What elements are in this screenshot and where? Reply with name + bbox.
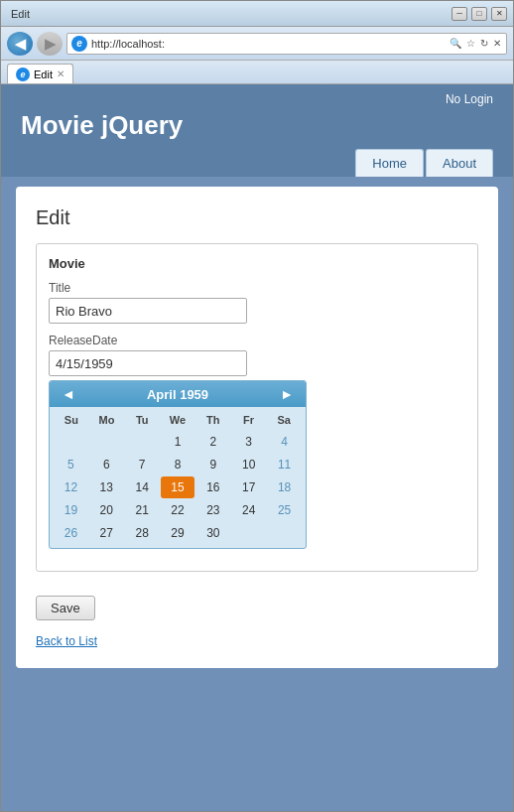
stop-icon[interactable]: ✕ (492, 37, 502, 50)
calendar-day[interactable]: 7 (125, 454, 160, 475)
calendar-month-year: April 1959 (147, 387, 208, 402)
about-nav-button[interactable]: About (426, 149, 493, 177)
save-button[interactable]: Save (36, 596, 95, 620)
calendar-day[interactable]: 18 (267, 476, 302, 498)
calendar-day[interactable]: 14 (125, 476, 160, 498)
calendar-day[interactable]: 30 (195, 522, 230, 544)
refresh-icon[interactable]: ↻ (479, 37, 489, 50)
calendar-day (125, 431, 160, 453)
address-bar: ◀ ▶ http://localhost: 🔍 ☆ ↻ ✕ (1, 27, 513, 61)
tab-favicon-icon (16, 68, 30, 81)
calendar-day-name: Su (54, 411, 89, 429)
forward-button[interactable]: ▶ (37, 32, 63, 56)
calendar-day[interactable]: 5 (54, 454, 88, 475)
browser-window: Edit ─ □ ✕ ◀ ▶ http://localhost: 🔍 ☆ ↻ ✕… (0, 0, 514, 812)
calendar-day[interactable]: 28 (125, 522, 160, 544)
calendar-header: ◄ April 1959 ► (50, 381, 306, 407)
release-date-input[interactable] (49, 350, 247, 376)
app-title: Movie jQuery (21, 110, 493, 141)
release-date-label: ReleaseDate (49, 334, 465, 347)
title-bar: Edit ─ □ ✕ (1, 1, 513, 27)
nav-bar: Home About (21, 149, 493, 177)
calendar-day[interactable]: 26 (54, 522, 88, 544)
home-nav-button[interactable]: Home (355, 149, 424, 177)
calendar-day[interactable]: 2 (195, 431, 230, 453)
calendar-day[interactable]: 22 (161, 499, 195, 521)
address-text[interactable]: http://localhost: (91, 38, 445, 50)
calendar-day[interactable]: 29 (161, 522, 195, 544)
calendar-day[interactable]: 9 (195, 454, 230, 475)
calendar-day-name: We (160, 411, 195, 429)
calendar-prev-button[interactable]: ◄ (58, 386, 79, 402)
calendar-day[interactable]: 6 (89, 454, 124, 475)
calendar-day[interactable]: 16 (195, 476, 230, 498)
calendar-day (267, 522, 302, 544)
calendar-day[interactable]: 11 (267, 454, 302, 475)
calendar-day[interactable]: 19 (54, 499, 88, 521)
tab-title: Edit (34, 68, 53, 80)
calendar-day[interactable]: 12 (54, 476, 88, 498)
browser-favicon-icon (71, 36, 87, 52)
calendar-next-button[interactable]: ► (276, 386, 298, 402)
calendar-day-name: Th (195, 411, 231, 429)
calendar-day[interactable]: 13 (89, 476, 124, 498)
maximize-button[interactable]: □ (471, 7, 487, 21)
browser-title: Edit (11, 8, 30, 20)
calendar-day[interactable]: 27 (89, 522, 124, 544)
calendar-day[interactable]: 4 (267, 431, 302, 453)
calendar-day (231, 522, 266, 544)
date-picker-calendar: ◄ April 1959 ► SuMoTuWeThFrSa 1234567891… (49, 380, 307, 549)
calendar-day[interactable]: 15 (161, 476, 195, 498)
address-input-wrap: http://localhost: 🔍 ☆ ↻ ✕ (66, 33, 507, 55)
calendar-day[interactable]: 24 (231, 499, 266, 521)
calendar-day[interactable]: 25 (267, 499, 302, 521)
section-legend: Movie (49, 256, 465, 271)
search-icon[interactable]: 🔍 (449, 37, 462, 50)
calendar-day[interactable]: 3 (231, 431, 266, 453)
title-input[interactable] (49, 298, 247, 324)
main-area: Edit Movie Title ReleaseDate ◄ (1, 177, 513, 811)
app-header: No Login Movie jQuery Home About (1, 84, 513, 177)
content-panel: Edit Movie Title ReleaseDate ◄ (16, 187, 498, 668)
title-field-group: Title (49, 281, 465, 324)
calendar-day[interactable]: 8 (161, 454, 195, 475)
movie-section: Movie Title ReleaseDate ◄ April 1959 (36, 243, 478, 572)
calendar-grid: SuMoTuWeThFrSa 1234567891011121314151617… (50, 407, 306, 548)
back-to-list-link[interactable]: Back to List (36, 634, 97, 648)
calendar-day (54, 431, 88, 453)
calendar-day[interactable]: 21 (125, 499, 160, 521)
calendar-day[interactable]: 1 (161, 431, 195, 453)
release-date-field-group: ReleaseDate ◄ April 1959 ► SuMoTuW (49, 334, 465, 549)
tab-close-button[interactable]: ✕ (57, 68, 64, 79)
calendar-day[interactable]: 17 (231, 476, 266, 498)
minimize-button[interactable]: ─ (451, 7, 467, 21)
calendar-day (89, 431, 124, 453)
calendar-day[interactable]: 23 (195, 499, 230, 521)
calendar-day[interactable]: 10 (231, 454, 266, 475)
calendar-days: 1234567891011121314151617181920212223242… (54, 431, 302, 544)
star-icon[interactable]: ☆ (465, 37, 476, 50)
close-button[interactable]: ✕ (491, 7, 507, 21)
page-title: Edit (36, 206, 478, 229)
back-button[interactable]: ◀ (7, 32, 33, 56)
browser-tab[interactable]: Edit ✕ (7, 64, 73, 83)
calendar-day-name: Sa (266, 411, 302, 429)
address-actions: 🔍 ☆ ↻ ✕ (449, 37, 502, 50)
calendar-day[interactable]: 20 (89, 499, 124, 521)
tab-bar: Edit ✕ (1, 61, 513, 84)
calendar-day-name: Tu (124, 411, 160, 429)
title-label: Title (49, 281, 465, 295)
calendar-day-names: SuMoTuWeThFrSa (54, 411, 302, 429)
title-bar-controls: ─ □ ✕ (451, 7, 507, 21)
no-login-text: No Login (21, 92, 493, 106)
calendar-day-name: Fr (231, 411, 267, 429)
page-content: No Login Movie jQuery Home About Edit Mo… (1, 84, 513, 811)
calendar-day-name: Mo (89, 411, 125, 429)
